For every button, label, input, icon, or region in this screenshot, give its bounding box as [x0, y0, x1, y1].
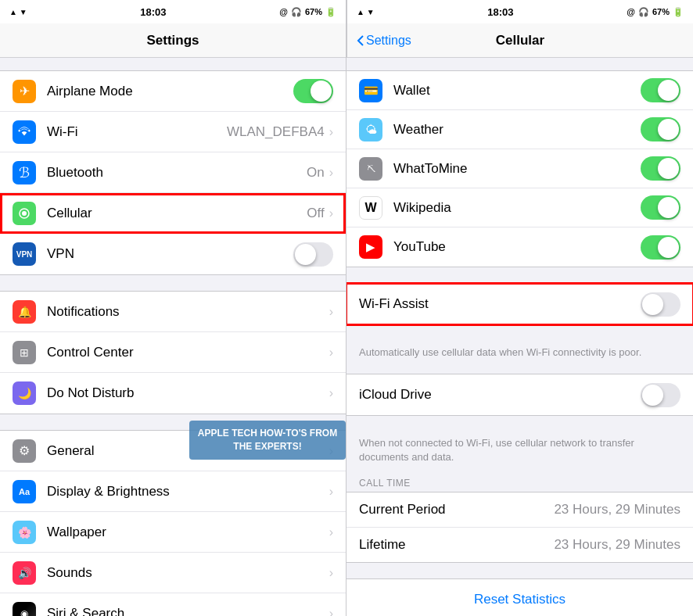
wallet-toggle[interactable] [641, 78, 680, 102]
wifi-assist-toggle[interactable] [641, 292, 680, 317]
lifetime-row: Lifetime 23 Hours, 29 Minutes [346, 528, 693, 562]
display-icon: Aa [13, 480, 36, 503]
right-nav-title: Cellular [496, 33, 544, 48]
back-label: Settings [366, 34, 411, 48]
wikipedia-toggle[interactable] [641, 195, 680, 220]
wifi-value: WLAN_DEFBA4 [227, 124, 325, 140]
cellular-label: Cellular [47, 206, 307, 221]
weather-label: Weather [393, 122, 641, 138]
wallet-row[interactable]: 💳 Wallet [346, 71, 693, 110]
at-icon-r: @ [627, 7, 635, 16]
bluetooth-row[interactable]: ℬ Bluetooth On › [0, 152, 346, 193]
wifi-assist-section: Wi-Fi Assist [346, 283, 693, 325]
whattomine-toggle[interactable] [641, 156, 680, 181]
weather-icon: 🌤 [359, 118, 382, 141]
left-status-bar: ▲ ▼ 18:03 @ 🎧 67% 🔋 [0, 0, 346, 23]
siri-icon: ◉ [13, 602, 36, 617]
wallpaper-icon: 🌸 [13, 521, 36, 544]
right-panel: ▲ ▼ 18:03 @ 🎧 67% 🔋 Settings Cellular 💳 … [346, 0, 693, 616]
icloud-drive-label: iCloud Drive [359, 387, 641, 403]
general-icon: ⚙ [13, 439, 36, 463]
control-center-chevron: › [329, 346, 333, 360]
siri-row[interactable]: ◉ Siri & Search › [0, 593, 346, 616]
left-nav-bar: Settings [0, 23, 346, 58]
wifi-assist-label: Wi-Fi Assist [359, 296, 641, 312]
vpn-row[interactable]: VPN VPN [0, 234, 346, 274]
airplane-toggle[interactable] [293, 79, 333, 103]
current-period-row: Current Period 23 Hours, 29 Minutes [346, 492, 693, 528]
vpn-toggle[interactable] [293, 242, 333, 267]
wifi-assist-description: Automatically use cellular data when Wi-… [346, 341, 693, 366]
wikipedia-icon: W [359, 196, 382, 220]
vpn-label: VPN [47, 246, 293, 262]
wifi-row[interactable]: Wi-Fi WLAN_DEFBA4 › [0, 112, 346, 152]
right-signal-icon: ▲ ▼ [357, 8, 375, 16]
youtube-label: YouTube [393, 239, 641, 255]
wikipedia-label: Wikipedia [393, 200, 641, 216]
weather-row[interactable]: 🌤 Weather [346, 110, 693, 149]
at-icon: @ [279, 7, 288, 16]
youtube-toggle-thumb [658, 237, 679, 258]
sounds-chevron: › [329, 566, 333, 580]
left-status-icons: @ 🎧 67% 🔋 [279, 7, 336, 17]
right-status-icons: @ 🎧 67% 🔋 [627, 7, 684, 17]
bottom-section: ⚙ General › Aa Display & Brightness › 🌸 … [0, 430, 346, 616]
icloud-drive-description: When not connected to Wi-Fi, use cellula… [346, 432, 693, 471]
left-panel: ▲ ▼ 18:03 @ 🎧 67% 🔋 Settings ✈ Airplane … [0, 0, 346, 616]
apps-section: 💳 Wallet 🌤 Weather ⛏ WhatToMine [346, 70, 693, 267]
siri-chevron: › [329, 607, 333, 617]
wikipedia-toggle-thumb [658, 197, 679, 218]
right-time: 18:03 [487, 6, 513, 18]
right-nav-bar: Settings Cellular [346, 23, 693, 58]
lifetime-value: 23 Hours, 29 Minutes [554, 537, 680, 553]
control-center-icon: ⊞ [13, 341, 36, 364]
siri-label: Siri & Search [47, 606, 329, 617]
weather-toggle[interactable] [641, 117, 680, 141]
airplane-toggle-thumb [311, 81, 332, 102]
cellular-icon [13, 202, 36, 225]
display-brightness-row[interactable]: Aa Display & Brightness › [0, 471, 346, 512]
control-center-row[interactable]: ⊞ Control Center › [0, 332, 346, 373]
left-settings-content: ✈ Airplane Mode Wi-Fi WLAN_DEFBA4 › ℬ Bl… [0, 58, 346, 616]
wikipedia-row[interactable]: W Wikipedia [346, 188, 693, 227]
wallpaper-row[interactable]: 🌸 Wallpaper › [0, 512, 346, 553]
left-time: 18:03 [140, 6, 166, 18]
svg-point-1 [22, 211, 27, 216]
call-time-section: Current Period 23 Hours, 29 Minutes Life… [346, 492, 693, 563]
bluetooth-label: Bluetooth [47, 165, 307, 181]
bluetooth-value: On [307, 165, 325, 181]
vpn-icon: VPN [13, 242, 36, 266]
whattomine-row[interactable]: ⛏ WhatToMine [346, 149, 693, 188]
general-label: General [47, 443, 329, 459]
notifications-row[interactable]: 🔔 Notifications › [0, 292, 346, 332]
weather-toggle-thumb [658, 119, 679, 140]
wallet-toggle-thumb [658, 80, 679, 101]
battery-text-r: 67% [652, 7, 670, 16]
youtube-row[interactable]: ▶ YouTube [346, 227, 693, 267]
vpn-toggle-thumb [295, 244, 316, 265]
dnd-label: Do Not Disturb [47, 385, 329, 401]
airplane-mode-row[interactable]: ✈ Airplane Mode [0, 71, 346, 112]
sounds-row[interactable]: 🔊 Sounds › [0, 553, 346, 593]
cellular-row[interactable]: Cellular Off › [0, 193, 346, 234]
bluetooth-chevron: › [329, 166, 333, 180]
wallet-icon: 💳 [359, 79, 382, 102]
dnd-icon: 🌙 [13, 381, 36, 405]
display-chevron: › [329, 485, 333, 499]
dnd-row[interactable]: 🌙 Do Not Disturb › [0, 373, 346, 414]
middle-section: 🔔 Notifications › ⊞ Control Center › 🌙 D… [0, 291, 346, 414]
youtube-toggle[interactable] [641, 235, 680, 260]
battery-icon: 🔋 [325, 7, 336, 17]
wallet-label: Wallet [393, 83, 641, 98]
right-status-bar: ▲ ▼ 18:03 @ 🎧 67% 🔋 [346, 0, 693, 23]
icloud-drive-toggle[interactable] [641, 383, 680, 407]
wifi-assist-row[interactable]: Wi-Fi Assist [346, 284, 693, 324]
back-button[interactable]: Settings [357, 34, 411, 48]
general-row[interactable]: ⚙ General › [0, 431, 346, 471]
left-signal-icon: ▲ ▼ [9, 8, 27, 16]
wallpaper-chevron: › [329, 525, 333, 539]
sounds-label: Sounds [47, 565, 329, 581]
icloud-drive-row[interactable]: iCloud Drive [346, 374, 693, 415]
airplane-label: Airplane Mode [47, 84, 293, 99]
reset-statistics-button[interactable]: Reset Statistics [346, 578, 693, 616]
